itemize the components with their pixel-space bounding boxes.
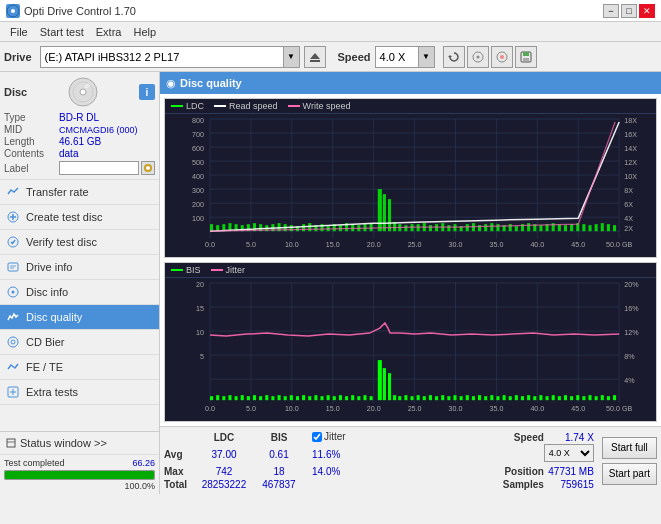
menu-help[interactable]: Help — [127, 25, 162, 39]
speed-dropdown-arrow[interactable]: ▼ — [418, 47, 434, 67]
status-window-button[interactable]: Status window >> — [0, 432, 159, 455]
label-input[interactable] — [59, 161, 139, 175]
menu-extra[interactable]: Extra — [90, 25, 128, 39]
maximize-button[interactable]: □ — [621, 4, 637, 18]
disc-quality-label: Disc quality — [26, 311, 82, 323]
svg-text:10X: 10X — [624, 173, 637, 181]
svg-rect-141 — [564, 225, 567, 231]
svg-text:25.0: 25.0 — [408, 405, 422, 413]
svg-rect-225 — [441, 395, 444, 400]
verify-test-disc-icon — [6, 235, 20, 249]
speed-value-cell: 1.74 X — [544, 431, 594, 444]
svg-rect-32 — [7, 439, 15, 447]
progress-bar-fill — [5, 471, 154, 479]
speed-col-header: Speed — [494, 431, 544, 444]
svg-rect-243 — [552, 395, 555, 400]
svg-rect-144 — [582, 224, 585, 231]
speed-label: Speed — [338, 51, 371, 63]
label-button[interactable] — [141, 161, 155, 175]
bis-col-header: BIS — [254, 431, 304, 444]
disc-info-label: Disc info — [26, 286, 68, 298]
svg-text:2X: 2X — [624, 225, 633, 233]
svg-text:5.0: 5.0 — [246, 405, 256, 413]
sidebar-item-drive-info[interactable]: Drive info — [0, 255, 159, 280]
svg-text:5.0: 5.0 — [246, 241, 256, 249]
disc-label-row: Label — [4, 161, 155, 175]
menu-file[interactable]: File — [4, 25, 34, 39]
legend-jitter: Jitter — [211, 265, 246, 275]
status-value: 66.26 — [132, 458, 155, 468]
write-speed-color — [288, 105, 300, 107]
titlebar-left: Opti Drive Control 1.70 — [6, 4, 136, 18]
svg-rect-214 — [378, 360, 382, 400]
svg-marker-2 — [310, 53, 320, 59]
save-button[interactable] — [515, 46, 537, 68]
sidebar-item-verify-test-disc[interactable]: Verify test disc — [0, 230, 159, 255]
write-button[interactable] — [491, 46, 513, 68]
disc-info-icon — [6, 285, 20, 299]
svg-rect-246 — [570, 396, 573, 400]
svg-rect-83 — [210, 224, 213, 231]
svg-rect-149 — [613, 225, 616, 231]
speed-setting-label — [494, 444, 544, 465]
svg-rect-197 — [271, 396, 274, 400]
sidebar-item-create-test-disc[interactable]: Create test disc — [0, 205, 159, 230]
svg-rect-191 — [235, 396, 238, 400]
start-full-button[interactable]: Start full — [602, 437, 657, 459]
chart-header-icon: ◉ — [166, 77, 176, 90]
svg-rect-231 — [478, 395, 481, 400]
drive-info-label: Drive info — [26, 261, 72, 273]
svg-rect-201 — [296, 396, 299, 400]
disc-button[interactable] — [467, 46, 489, 68]
jitter-checkbox[interactable] — [312, 432, 322, 442]
contents-label: Contents — [4, 148, 59, 159]
svg-text:20%: 20% — [624, 281, 639, 289]
svg-text:16%: 16% — [624, 305, 639, 313]
sidebar-item-cd-bier[interactable]: CD Bier — [0, 330, 159, 355]
menu-start-test[interactable]: Start test — [34, 25, 90, 39]
svg-text:40.0: 40.0 — [530, 241, 544, 249]
eject-button[interactable] — [304, 46, 326, 68]
svg-text:100: 100 — [192, 215, 204, 223]
svg-point-8 — [500, 55, 504, 59]
svg-text:0.0: 0.0 — [205, 241, 215, 249]
sidebar-item-extra-tests[interactable]: Extra tests — [0, 380, 159, 405]
close-button[interactable]: ✕ — [639, 4, 655, 18]
svg-point-17 — [146, 166, 150, 170]
svg-rect-206 — [327, 395, 330, 400]
drive-dropdown-arrow[interactable]: ▼ — [283, 47, 299, 67]
sidebar-item-disc-info[interactable]: Disc info — [0, 280, 159, 305]
cd-bier-icon — [6, 335, 20, 349]
svg-rect-200 — [290, 395, 293, 400]
read-speed-label: Read speed — [229, 101, 278, 111]
svg-rect-22 — [8, 263, 18, 271]
svg-marker-4 — [448, 55, 452, 57]
svg-text:5: 5 — [200, 353, 204, 361]
svg-rect-232 — [484, 396, 487, 400]
chart1-svg: 800 700 600 500 400 300 200 100 18X 16X … — [165, 114, 656, 254]
refresh-button[interactable] — [443, 46, 465, 68]
sidebar-item-fe-te[interactable]: FE / TE — [0, 355, 159, 380]
read-speed-color — [214, 105, 226, 107]
svg-text:50.0 GB: 50.0 GB — [606, 405, 633, 413]
svg-text:12X: 12X — [624, 159, 637, 167]
svg-rect-227 — [453, 395, 456, 400]
svg-rect-247 — [576, 395, 579, 400]
disc-contents-row: Contents data — [4, 148, 155, 159]
sidebar-item-disc-quality[interactable]: Disc quality — [0, 305, 159, 330]
speed-select[interactable]: 4.0 X 2.0 X 8.0 X — [544, 444, 594, 462]
sidebar-item-transfer-rate[interactable]: Transfer rate — [0, 180, 159, 205]
menubar: File Start test Extra Help — [0, 22, 661, 42]
svg-rect-245 — [564, 395, 567, 400]
svg-text:600: 600 — [192, 145, 204, 153]
cd-bier-label: CD Bier — [26, 336, 65, 348]
avg-bis: 0.61 — [254, 444, 304, 465]
svg-text:14X: 14X — [624, 145, 637, 153]
samples-label: Samples — [494, 478, 544, 491]
start-part-button[interactable]: Start part — [602, 463, 657, 485]
svg-rect-212 — [363, 395, 366, 400]
svg-text:15.0: 15.0 — [326, 241, 340, 249]
svg-rect-239 — [527, 395, 530, 400]
svg-text:10: 10 — [196, 329, 204, 337]
minimize-button[interactable]: − — [603, 4, 619, 18]
